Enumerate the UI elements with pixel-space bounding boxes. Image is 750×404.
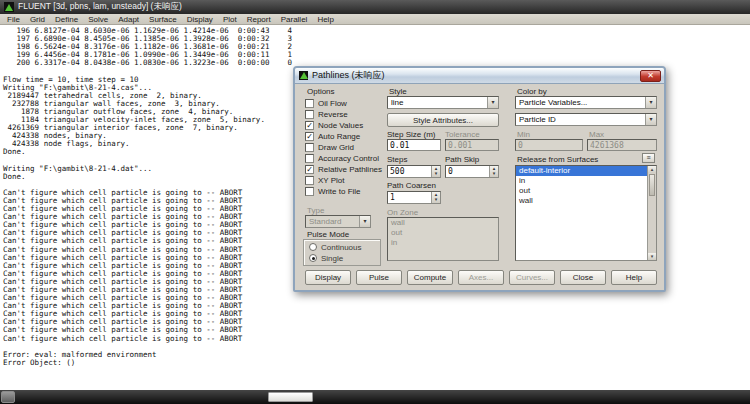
dialog-titlebar[interactable]: Pathlines (未响应) ✕: [295, 68, 664, 84]
checkbox-oil-flow[interactable]: Oil Flow: [305, 98, 382, 109]
window-title: FLUENT [3d, pbns, lam, unsteady] (未响应): [18, 1, 182, 13]
particle-variables-value: Particle Variables...: [516, 98, 645, 107]
chevron-down-icon: ▾: [645, 97, 656, 108]
chevron-down-icon: ▾: [487, 97, 498, 108]
window-titlebar[interactable]: FLUENT [3d, pbns, lam, unsteady] (未响应): [0, 0, 750, 14]
path-skip-label: Path Skip: [445, 155, 479, 164]
start-button[interactable]: [1, 391, 15, 403]
spinner-arrows-icon[interactable]: ▴▾: [489, 166, 498, 177]
menu-file[interactable]: File: [2, 14, 25, 25]
options-label: Options: [307, 87, 335, 96]
checkbox-label: Node Values: [318, 121, 363, 130]
checkbox-checked-icon: ✓: [305, 121, 314, 130]
checkbox-auto-range[interactable]: ✓Auto Range: [305, 131, 382, 142]
taskbar: [0, 390, 750, 404]
dialog-body: Options Oil FlowReverse✓Node Values✓Auto…: [295, 84, 664, 290]
style-attributes-button[interactable]: Style Attributes...: [387, 113, 499, 127]
checkbox-label: Draw Grid: [318, 143, 354, 152]
console-line: Error: eval: malformed environment: [3, 351, 750, 359]
spinner-arrows-icon[interactable]: ▴▾: [431, 192, 440, 203]
particle-id-dropdown[interactable]: Particle ID ▾: [515, 113, 657, 126]
options-checkbox-list: Oil FlowReverse✓Node Values✓Auto RangeDr…: [305, 98, 382, 197]
menu-display[interactable]: Display: [182, 14, 218, 25]
color-by-label: Color by: [517, 87, 547, 96]
menu-adapt[interactable]: Adapt: [113, 14, 144, 25]
menu-help[interactable]: Help: [312, 14, 338, 25]
surface-item-out[interactable]: out: [516, 186, 647, 196]
radio-selected-icon: [309, 254, 317, 262]
dialog-button-close[interactable]: Close: [560, 270, 606, 285]
dialog-button-pulse[interactable]: Pulse: [356, 270, 402, 285]
checkbox-node-values[interactable]: ✓Node Values: [305, 120, 382, 131]
checkbox-relative-pathlines[interactable]: ✓Relative Pathlines: [305, 164, 382, 175]
menu-solve[interactable]: Solve: [83, 14, 113, 25]
checkbox-accuracy-control[interactable]: Accuracy Control: [305, 153, 382, 164]
checkbox-write-to-file[interactable]: Write to File: [305, 186, 382, 197]
surface-item-wall[interactable]: wall: [516, 196, 647, 206]
tolerance-label: Tolerance: [445, 130, 480, 139]
on-zone-item-in: in: [388, 238, 498, 248]
menu-define[interactable]: Define: [50, 14, 83, 25]
menu-plot[interactable]: Plot: [218, 14, 242, 25]
type-label: Type: [307, 206, 324, 215]
pathlines-dialog: Pathlines (未响应) ✕ Options Oil FlowRevers…: [293, 66, 666, 292]
max-label: Max: [589, 130, 604, 139]
dialog-button-compute[interactable]: Compute: [407, 270, 453, 285]
release-from-surfaces-label: Release from Surfaces: [517, 155, 598, 164]
dialog-button-help[interactable]: Help: [611, 270, 657, 285]
style-dropdown[interactable]: line ▾: [387, 96, 499, 109]
tolerance-input: [445, 139, 499, 151]
particle-variables-dropdown[interactable]: Particle Variables... ▾: [515, 96, 657, 109]
menu-report[interactable]: Report: [242, 14, 276, 25]
step-size-input[interactable]: [387, 139, 441, 151]
radio-single[interactable]: Single: [309, 253, 380, 263]
max-input: [587, 139, 657, 151]
spinner-arrows-icon[interactable]: ▴▾: [431, 166, 440, 177]
checkbox-draw-grid[interactable]: Draw Grid: [305, 142, 382, 153]
surface-filter-icon[interactable]: ≡: [642, 153, 655, 163]
min-input: [515, 139, 583, 151]
on-zone-item-out: out: [388, 228, 498, 238]
step-size-label: Step Size (m): [387, 130, 435, 139]
console-line: Error Object: (): [3, 359, 750, 367]
menu-parallel[interactable]: Parallel: [276, 14, 313, 25]
path-coarsen-spinner: ▴▾: [387, 191, 441, 204]
on-zone-item-wall: wall: [388, 218, 498, 228]
type-dropdown-value: Standard: [306, 217, 359, 226]
style-dropdown-value: line: [388, 98, 487, 107]
scrollbar[interactable]: ▴ ▾: [647, 166, 656, 260]
scroll-down-icon[interactable]: ▾: [648, 253, 656, 260]
surface-item-in[interactable]: in: [516, 176, 647, 186]
checkbox-unchecked-icon: [305, 187, 314, 196]
checkbox-unchecked-icon: [305, 99, 314, 108]
checkbox-checked-icon: ✓: [305, 132, 314, 141]
checkbox-reverse[interactable]: Reverse: [305, 109, 382, 120]
checkbox-unchecked-icon: [305, 154, 314, 163]
path-skip-input[interactable]: [446, 166, 489, 177]
taskbar-app-button[interactable]: [268, 392, 313, 402]
fluent-app-icon: [4, 2, 14, 12]
surface-item-default-interior[interactable]: default-interior: [516, 166, 647, 176]
scroll-thumb[interactable]: [649, 174, 655, 196]
radio-label: Continuous: [321, 243, 361, 252]
menu-surface[interactable]: Surface: [144, 14, 182, 25]
steps-input[interactable]: [388, 166, 431, 177]
dialog-fluent-icon: [299, 71, 308, 80]
pulse-mode-group: ContinuousSingle: [303, 239, 381, 266]
checkbox-checked-icon: ✓: [305, 165, 314, 174]
close-icon[interactable]: ✕: [640, 70, 661, 82]
particle-id-value: Particle ID: [516, 115, 645, 124]
dialog-button-display[interactable]: Display: [305, 270, 351, 285]
checkbox-xy-plot[interactable]: XY Plot: [305, 175, 382, 186]
checkbox-label: Reverse: [318, 110, 348, 119]
dialog-title: Pathlines (未响应): [312, 69, 385, 82]
menu-grid[interactable]: Grid: [25, 14, 50, 25]
chevron-down-icon: ▾: [645, 114, 656, 125]
checkbox-label: Auto Range: [318, 132, 360, 141]
menu-bar: FileGridDefineSolveAdaptSurfaceDisplayPl…: [0, 14, 750, 25]
scroll-up-icon[interactable]: ▴: [648, 166, 656, 173]
dialog-button-row: DisplayPulseComputeAxes...Curves...Close…: [305, 270, 657, 285]
radio-continuous[interactable]: Continuous: [309, 242, 380, 252]
path-coarsen-input[interactable]: [388, 192, 431, 203]
steps-spinner: ▴▾: [387, 165, 441, 178]
